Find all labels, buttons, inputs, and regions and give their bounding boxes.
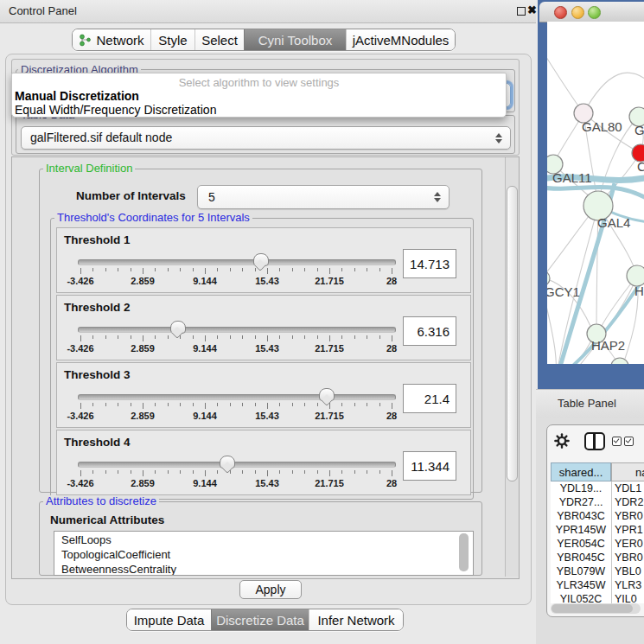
network-node-labels: GAL80 GA C GAL11 GAL4 GCY1 H HAP2: [547, 119, 644, 353]
float-window-button[interactable]: [517, 7, 526, 16]
slider-tick-label: 9.144: [183, 276, 226, 286]
attributes-list-scrollbar-thumb[interactable]: [459, 533, 469, 571]
algorithm-dropdown-popup: Select algorithm to view settings Manual…: [11, 73, 507, 118]
slider-tick: [392, 268, 392, 274]
table-row-shared-name[interactable]: YBR045C: [551, 551, 611, 564]
tab-network[interactable]: Network: [73, 29, 150, 50]
tab-cyni-toolbox[interactable]: Cyni Toolbox: [244, 29, 346, 50]
table-row-shared-name[interactable]: YPR145W: [551, 523, 611, 537]
threshold-value-field[interactable]: 6.316: [403, 316, 456, 346]
slider-tick: [367, 470, 367, 474]
threshold-label: Threshold 4: [64, 436, 131, 449]
slider-tick: [92, 268, 93, 271]
table-row-shared-name[interactable]: YBL079W: [551, 564, 611, 578]
table-row-name[interactable]: YBR0: [615, 551, 643, 564]
table-row-shared-name[interactable]: YIL052C: [551, 592, 611, 603]
tab-style[interactable]: Style: [150, 29, 194, 50]
table-row-name[interactable]: YER0: [615, 537, 643, 551]
slider-tick: [329, 470, 330, 476]
table-row-name[interactable]: YDL1: [615, 481, 641, 495]
table-panel-title: Table Panel: [558, 397, 616, 410]
thresholds-group: Threshold 1-3.4262.8599.14415.4321.71528…: [50, 218, 474, 500]
slider-thumb[interactable]: [220, 456, 235, 469]
slider-thumb[interactable]: [319, 388, 335, 401]
numerical-attributes-title: Numerical Attributes: [50, 513, 164, 526]
tab-jactivemnodules[interactable]: jActiveMNodules: [346, 29, 455, 50]
zoom-traffic-light-icon[interactable]: [588, 6, 601, 19]
threshold-label: Threshold 3: [64, 368, 131, 381]
network-window-titlebar[interactable]: [539, 2, 644, 22]
combo-spinner-icon: [434, 192, 441, 202]
horizontal-scrollbar[interactable]: [551, 603, 641, 614]
slider-tick: [168, 335, 169, 339]
slider-tick-label: 21.715: [308, 343, 351, 354]
slider-tick: [180, 268, 181, 271]
dropdown-option-equal-width[interactable]: Equal Width/Frequency Discretization: [15, 103, 216, 117]
tab-infer-network[interactable]: Infer Network: [309, 609, 403, 630]
checkbox-icon[interactable]: [612, 437, 622, 446]
column-header-name[interactable]: na: [611, 462, 644, 481]
checkbox-icon[interactable]: [624, 437, 634, 446]
node-label: H: [634, 284, 644, 298]
table-data-combobox[interactable]: galFiltered.sif default node: [21, 126, 511, 150]
close-window-button[interactable]: ✖: [527, 3, 537, 16]
slider-tick: [341, 268, 342, 271]
minimize-traffic-light-icon[interactable]: [571, 6, 584, 19]
slider-tick: [267, 403, 268, 409]
slider-tick: [292, 335, 293, 339]
tab-discretize-data[interactable]: Discretize Data: [211, 609, 309, 630]
slider-thumb[interactable]: [170, 321, 186, 334]
network-nodes[interactable]: [547, 104, 644, 364]
threshold-panel-2: Threshold 2-3.4262.8599.14415.4321.71528…: [56, 295, 471, 360]
tab-select[interactable]: Select: [194, 29, 244, 50]
network-canvas[interactable]: GAL80 GA C GAL11 GAL4 GCY1 H HAP2: [547, 22, 644, 364]
slider-tick: [230, 335, 231, 339]
node-label: GAL11: [552, 170, 592, 185]
slider-tick: [193, 403, 194, 406]
table-row-shared-name[interactable]: YER054C: [551, 537, 611, 551]
slider-track[interactable]: [78, 394, 396, 400]
slider-thumb[interactable]: [253, 253, 269, 266]
slider-tick: [155, 403, 156, 406]
slider-track[interactable]: [78, 462, 396, 468]
table-row-name[interactable]: YBR0: [615, 509, 643, 523]
column-header-shared-name[interactable]: shared...: [551, 462, 611, 481]
table-row-shared-name[interactable]: YDR27...: [551, 495, 611, 509]
slider-track[interactable]: [78, 259, 396, 265]
slider-tick: [168, 268, 169, 271]
table-row-name[interactable]: YLR3: [615, 578, 641, 592]
combo-spinner-icon: [495, 133, 502, 143]
slider-track[interactable]: [78, 327, 396, 333]
gear-icon[interactable]: [554, 433, 570, 449]
slider-tick: [255, 403, 256, 406]
table-row-name[interactable]: YDR2: [615, 495, 643, 509]
slider-tick: [329, 268, 330, 274]
table-row-shared-name[interactable]: YLR345W: [551, 578, 611, 592]
table-row-shared-name[interactable]: YBR043C: [551, 509, 611, 523]
threshold-value-field[interactable]: 21.4: [403, 384, 456, 413]
horizontal-scrollbar-thumb[interactable]: [552, 604, 633, 613]
slider-tick-label: 15.43: [245, 276, 289, 286]
tab-label: Cyni Toolbox: [258, 33, 333, 48]
table-row-name[interactable]: YIL0: [615, 592, 637, 603]
threshold-panel-4: Threshold 4-3.4262.8599.14415.4321.71528…: [56, 430, 471, 495]
slider-tick: [304, 470, 305, 474]
table-row-shared-name[interactable]: YDL19...: [551, 481, 611, 495]
vertical-scrollbar-thumb[interactable]: [507, 186, 518, 481]
apply-button[interactable]: Apply: [239, 580, 302, 599]
node-label: C: [637, 159, 644, 174]
tab-impute-data[interactable]: Impute Data: [127, 609, 211, 630]
table-row-name[interactable]: YPR1: [615, 523, 643, 537]
list-item[interactable]: TopologicalCoefficient: [61, 548, 170, 561]
table-row-name[interactable]: YBL0: [615, 564, 641, 578]
slider-tick: [304, 403, 305, 406]
slider-tick: [317, 470, 318, 474]
threshold-value-field[interactable]: 11.344: [403, 451, 456, 481]
number-of-intervals-combobox[interactable]: 5: [197, 185, 450, 209]
list-item[interactable]: SelfLoops: [61, 533, 112, 546]
dropdown-option-manual[interactable]: Manual Discretization: [15, 89, 139, 103]
list-item[interactable]: BetweennessCentrality: [61, 563, 176, 576]
threshold-value-field[interactable]: 14.713: [403, 249, 456, 278]
close-traffic-light-icon[interactable]: [554, 6, 567, 19]
split-panel-icon[interactable]: [584, 432, 605, 450]
